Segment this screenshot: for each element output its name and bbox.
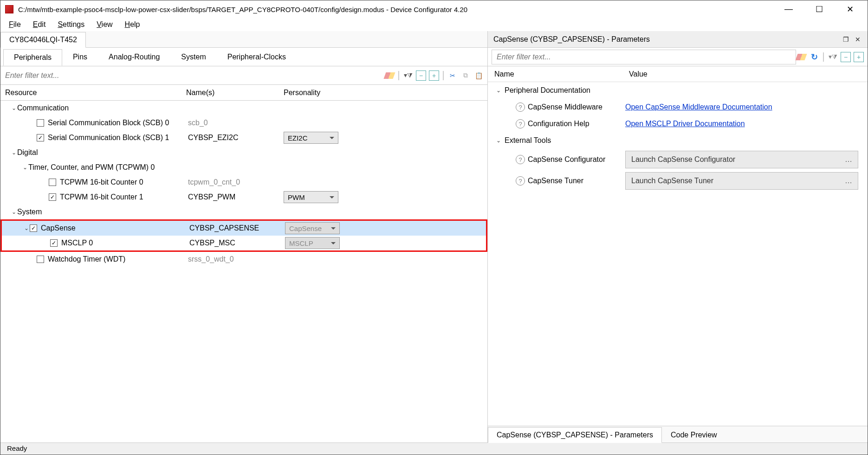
tree-header: Resource Name(s) Personality: [0, 85, 487, 101]
tab-peripherals[interactable]: Peripherals: [3, 49, 62, 66]
tab-analog-routing[interactable]: Analog-Routing: [98, 49, 170, 65]
label-capsense-configurator: CapSense Configurator: [528, 155, 605, 164]
parameters-panel-title: CapSense (CYBSP_CAPSENSE) - Parameters ❐…: [488, 31, 868, 48]
personality-scb1[interactable]: EZI2C: [284, 132, 338, 144]
col-personality: Personality: [284, 89, 487, 97]
app-icon: [5, 5, 13, 13]
item-wdt[interactable]: Watchdog Timer (WDT): [48, 255, 125, 263]
tab-code-preview[interactable]: Code Preview: [662, 427, 726, 442]
name-scb1[interactable]: CYBSP_EZI2C: [186, 134, 284, 142]
menu-file[interactable]: File: [9, 20, 21, 29]
help-icon[interactable]: ?: [516, 176, 525, 186]
personality-msclp: MSCLP: [285, 237, 340, 249]
paste-icon[interactable]: 📋: [473, 70, 484, 81]
name-scb0: scb_0: [186, 119, 284, 127]
cut-icon[interactable]: ✂: [447, 70, 458, 81]
param-tree: ⌄Peripheral Documentation ?CapSense Midd…: [488, 82, 868, 426]
group-digital[interactable]: Digital: [17, 148, 38, 157]
resource-tree: ⌄Communication Serial Communication Bloc…: [0, 101, 487, 442]
param-collapse-icon[interactable]: −: [841, 52, 851, 62]
tab-system[interactable]: System: [170, 49, 216, 65]
param-col-name: Name: [494, 70, 629, 78]
chevron-down-icon[interactable]: ⌄: [495, 87, 502, 94]
checkbox-scb0[interactable]: [37, 119, 44, 127]
tab-parameters[interactable]: CapSense (CYBSP_CAPSENSE) - Parameters: [488, 427, 662, 443]
name-wdt: srss_0_wdt_0: [186, 255, 284, 263]
restore-panel-icon[interactable]: ❐: [842, 36, 850, 43]
chevron-down-icon[interactable]: ⌄: [495, 137, 502, 144]
collapse-all-icon[interactable]: −: [416, 70, 426, 81]
menu-edit[interactable]: Edit: [33, 20, 46, 29]
menu-help[interactable]: Help: [125, 20, 140, 29]
link-driver-doc[interactable]: Open MSCLP Driver Documentation: [625, 120, 745, 128]
help-icon[interactable]: ?: [516, 119, 525, 128]
checkbox-wdt[interactable]: [37, 256, 44, 263]
name-cnt0: tcpwm_0_cnt_0: [186, 178, 284, 186]
item-capsense[interactable]: CapSense: [41, 224, 76, 232]
tab-pins[interactable]: Pins: [62, 49, 98, 65]
item-msclp[interactable]: MSCLP 0: [61, 239, 93, 247]
launch-capsense-configurator-button[interactable]: Launch CapSense Configurator…: [625, 151, 858, 168]
name-cnt1[interactable]: CYBSP_PWM: [186, 193, 284, 201]
chevron-down-icon[interactable]: ⌄: [11, 105, 17, 111]
col-resource: Resource: [0, 89, 186, 97]
item-scb0[interactable]: Serial Communication Block (SCB) 0: [48, 119, 169, 127]
close-button[interactable]: ✕: [841, 4, 859, 14]
personality-capsense: CapSense: [285, 222, 340, 234]
chevron-down-icon[interactable]: ⌄: [11, 149, 17, 156]
separator: [823, 52, 824, 62]
item-scb1[interactable]: Serial Communication Block (SCB) 1: [48, 134, 169, 142]
label-capsense-tuner: CapSense Tuner: [528, 177, 583, 185]
checkbox-cnt1[interactable]: [49, 193, 56, 201]
clear-param-filter-icon[interactable]: [796, 52, 806, 62]
personality-cnt1[interactable]: PWM: [284, 191, 338, 203]
device-tab-bar: CY8C4046LQI-T452: [0, 31, 487, 48]
link-middleware-doc[interactable]: Open CapSense Middleware Documentation: [625, 103, 772, 111]
resource-filter-input[interactable]: [0, 69, 384, 83]
menu-view[interactable]: View: [97, 20, 112, 29]
minimize-button[interactable]: —: [779, 4, 798, 14]
item-tcpwm[interactable]: Timer, Counter, and PWM (TCPWM) 0: [28, 163, 155, 172]
tab-peripheral-clocks[interactable]: Peripheral-Clocks: [217, 49, 297, 65]
item-cnt0[interactable]: TCPWM 16-bit Counter 0: [60, 178, 143, 186]
clear-filter-icon[interactable]: [384, 70, 395, 81]
group-communication[interactable]: Communication: [17, 104, 69, 112]
close-panel-icon[interactable]: ✕: [854, 36, 862, 43]
window-title: C:/mtw/mtb-example-psoc4-msclp-low-power…: [18, 6, 779, 13]
checkbox-msclp[interactable]: [50, 239, 58, 247]
chevron-down-icon[interactable]: ⌄: [23, 225, 30, 231]
separator: [398, 71, 399, 80]
chevron-down-icon[interactable]: ⌄: [22, 164, 28, 171]
launch-capsense-tuner-button[interactable]: Launch CapSense Tuner…: [625, 172, 858, 190]
group-external-tools[interactable]: External Tools: [505, 136, 551, 145]
param-filter-icon[interactable]: ▾⧩: [828, 52, 838, 62]
group-documentation[interactable]: Peripheral Documentation: [505, 86, 590, 95]
menu-settings[interactable]: Settings: [58, 20, 84, 29]
checkbox-cnt0[interactable]: [49, 179, 56, 186]
chevron-down-icon[interactable]: ⌄: [11, 209, 17, 215]
status-text: Ready: [7, 444, 27, 452]
right-bottom-tabs: CapSense (CYBSP_CAPSENSE) - Parameters C…: [488, 426, 868, 442]
item-cnt1[interactable]: TCPWM 16-bit Counter 1: [60, 193, 143, 201]
copy-icon[interactable]: ⧉: [460, 70, 471, 81]
category-tab-bar: Peripherals Pins Analog-Routing System P…: [0, 48, 487, 66]
checkbox-capsense[interactable]: [30, 224, 37, 232]
param-header: Name Value: [488, 66, 868, 82]
group-system[interactable]: System: [17, 208, 42, 216]
expand-all-icon[interactable]: +: [429, 70, 439, 81]
checkbox-scb1[interactable]: [37, 134, 44, 141]
param-filter-input[interactable]: [492, 50, 796, 64]
label-middleware: CapSense Middleware: [528, 103, 602, 111]
menu-bar: File Edit Settings View Help: [0, 18, 868, 31]
label-config-help: Configuration Help: [528, 120, 589, 128]
help-icon[interactable]: ?: [516, 155, 525, 164]
name-msclp[interactable]: CYBSP_MSC: [188, 239, 285, 247]
name-capsense[interactable]: CYBSP_CAPSENSE: [188, 224, 285, 232]
param-col-value: Value: [629, 70, 648, 78]
param-expand-icon[interactable]: +: [854, 52, 864, 62]
filter-icon[interactable]: ▾⧩: [403, 70, 413, 81]
maximize-button[interactable]: ☐: [810, 4, 829, 14]
refresh-icon[interactable]: ↻: [809, 52, 819, 62]
device-tab[interactable]: CY8C4046LQI-T452: [0, 32, 86, 48]
help-icon[interactable]: ?: [516, 103, 525, 112]
